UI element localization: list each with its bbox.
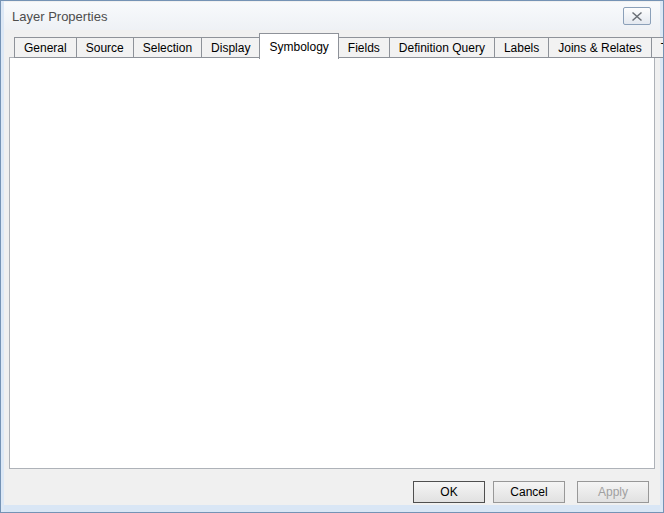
tab-general[interactable]: General: [14, 37, 76, 58]
layer-properties-dialog: Layer Properties General Source Selectio…: [0, 0, 664, 513]
cancel-button[interactable]: Cancel: [493, 481, 565, 503]
window-title: Layer Properties: [12, 9, 107, 24]
tab-labels[interactable]: Labels: [494, 37, 548, 58]
symbology-tab-page: [9, 57, 655, 469]
tab-definition-query[interactable]: Definition Query: [389, 37, 494, 58]
tab-time[interactable]: Time: [651, 37, 664, 58]
close-icon: [632, 12, 642, 21]
title-bar: Layer Properties: [4, 2, 660, 30]
tab-selection[interactable]: Selection: [133, 37, 201, 58]
tab-symbology[interactable]: Symbology: [259, 33, 338, 59]
tab-fields[interactable]: Fields: [339, 37, 389, 58]
apply-button: Apply: [577, 481, 649, 503]
tab-strip: General Source Selection Display Symbolo…: [14, 32, 664, 58]
tab-source[interactable]: Source: [76, 37, 133, 58]
tab-joins-relates[interactable]: Joins & Relates: [548, 37, 650, 58]
tab-display[interactable]: Display: [201, 37, 259, 58]
ok-button[interactable]: OK: [413, 481, 485, 503]
close-button[interactable]: [623, 7, 651, 25]
